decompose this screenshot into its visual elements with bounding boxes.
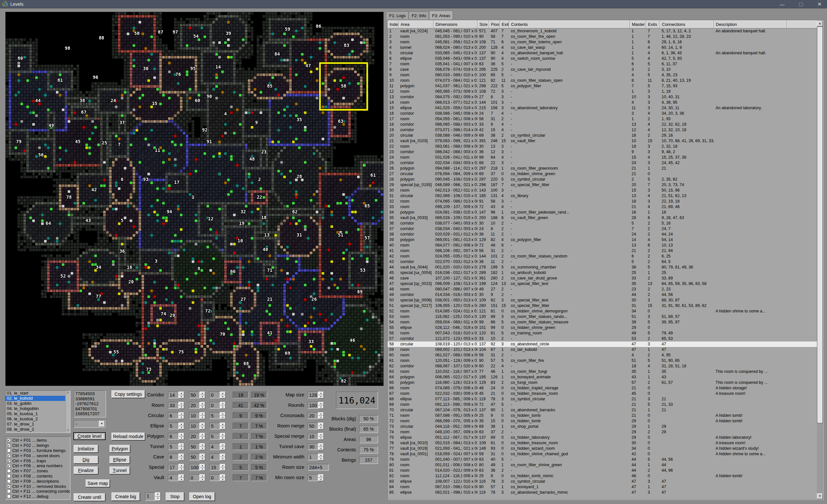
spin-up-icon[interactable]: ▲ [318,433,324,437]
spin-up-icon[interactable]: ▲ [220,474,226,478]
display-option[interactable]: ✔Ctrl + F06 ... area numbers [6,463,70,468]
tab-f2-info[interactable]: F2: Info [409,12,429,19]
spin-down-icon[interactable]: ▼ [179,447,184,450]
spin-down-icon[interactable]: ▼ [179,437,184,440]
spinner-value[interactable]: 2d4+5 [307,464,329,471]
spin-up-icon[interactable]: ▲ [318,392,324,395]
spin-up-icon[interactable]: ▲ [318,443,324,447]
spinner-value[interactable]: 10 [189,412,200,419]
table-row[interactable]: 48room080,047 - 086,053007 x 00749272-23… [388,287,817,292]
table-row[interactable]: 14room066,013 - 077,024012 x 0121441013-… [388,100,817,105]
table-row[interactable]: 61room120,051 - 128,060009 x 01090575co_… [388,358,817,363]
checked-checkbox-icon[interactable]: ✔ [7,444,11,447]
generator-weight-spinner[interactable]: 50▲▼ [189,443,205,450]
spinner-value[interactable]: 0 [189,474,200,481]
dig-button[interactable]: Dig [74,456,98,464]
table-row[interactable]: 67room022,032 - 030,036009 x 00545210co_… [388,391,817,396]
generator-merge-spinner[interactable]: 15▲▼ [209,464,226,471]
level-list-item[interactable]: 04. le_hobgoblin [5,406,70,411]
generator-weight-spinner[interactable]: 10▲▼ [189,422,205,430]
spin-up-icon[interactable]: ▲ [220,433,226,437]
spinner-value[interactable]: 6 [168,433,179,440]
generator-weight-spinner[interactable]: 20▲▼ [189,402,205,409]
spin-down-icon[interactable]: ▼ [220,437,226,440]
table-row[interactable]: 73circular044,118 - 052,126009 x 0096938… [388,424,817,430]
generator-merge-spinner[interactable]: 0▲▼ [209,392,226,398]
table-row[interactable]: 81room014,020 - 022,026009 x 00763362-44… [388,468,817,473]
param-room-size[interactable]: 2d4+5 [307,464,329,471]
spin-up-icon[interactable]: ▲ [179,464,184,467]
table-row[interactable]: 16corridor038,086 - 045,088008 x 0032474… [388,111,817,116]
spin-up-icon[interactable]: ▲ [220,443,226,447]
table-row[interactable]: 32room074,065 - 086,071013 x 00791583-18… [388,199,817,204]
table-row[interactable]: 37corridor038,034 - 040,041003 x 0082482… [388,226,817,232]
spin-up-icon[interactable]: ▲ [179,412,184,416]
unchecked-checkbox-icon[interactable] [7,490,11,493]
spinner-value[interactable]: 100 [189,464,200,471]
spin-down-icon[interactable]: ▼ [220,405,226,409]
spin-up-icon[interactable]: ▲ [220,422,226,426]
spin-up-icon[interactable]: ▲ [200,412,205,416]
display-option[interactable]: ✔Ctrl + F02 ... beings [6,443,70,448]
tab-f3-areas[interactable]: F3: Areas [429,11,453,19]
checked-checkbox-icon[interactable]: ✔ [7,454,11,457]
column-header-Exits[interactable]: Exits [646,20,660,29]
checked-checkbox-icon[interactable]: ✔ [7,459,11,463]
spin-down-icon[interactable]: ▼ [200,395,205,399]
open-log-button[interactable]: Open log [189,492,215,501]
table-row[interactable]: 43corridor022,070 - 033,072012 x 0033611… [388,259,817,265]
spin-down-icon[interactable]: ▼ [318,478,324,482]
table-row[interactable]: 77vault [ca_0019]021,093 - 041,101021 x … [388,446,817,451]
table-row[interactable]: 52room014,085 - 024,095011 x 011121810co… [388,308,817,314]
table-row[interactable]: 54room059,004 - 069,012011 x 00999665co_… [388,319,817,325]
spin-down-icon[interactable]: ▼ [200,437,205,440]
spin-up-icon[interactable]: ▲ [179,402,184,405]
column-header-Contents[interactable]: Contents [509,20,630,29]
save-map-button[interactable]: Save map [86,480,110,487]
table-row[interactable]: 60room061,027 - 068,033008 x 00756312-42… [388,352,817,358]
table-row[interactable]: 11polygon041,037 - 061,057021 x 02129822… [388,83,817,89]
spin-down-icon[interactable]: ▼ [318,395,324,399]
table-row[interactable]: 3room045,081 - 056,089012 x 009108716co_… [388,39,817,45]
spin-down-icon[interactable]: ▼ [318,405,324,409]
spinner-value[interactable]: 10 [189,422,200,430]
spin-down-icon[interactable]: ▼ [220,416,226,419]
table-row[interactable]: 17room054,055 - 061,061008 x 00756312-12… [388,116,817,122]
create-big-button[interactable]: Create big [111,492,140,501]
spinner-value[interactable]: 0 [209,392,220,398]
spin-down-icon[interactable]: ▼ [155,497,160,501]
spin-up-icon[interactable]: ▲ [179,433,184,437]
spin-down-icon[interactable]: ▼ [220,426,226,430]
table-row[interactable]: 41room086,106 - 092,113007 x 00856312-21… [388,248,817,254]
generator-weight-spinner[interactable]: 50▲▼ [189,454,205,460]
tab-f1-logs[interactable]: F1: Logs [386,12,409,19]
table-row[interactable]: 1vault [va_0224]045,045 - 081,081037 x 0… [388,29,817,34]
generator-count-spinner[interactable]: 14▲▼ [168,392,184,398]
spin-down-icon[interactable]: ▼ [200,478,205,482]
display-option[interactable]: Ctrl + F08 ... contents [6,473,70,479]
table-row[interactable]: 63room110,032 - 116,042007 x 01177461co_… [388,369,817,374]
table-row[interactable]: 71room087,086 - 091,090005 x 0052590co_h… [388,413,817,418]
generator-merge-spinner[interactable]: 5▲▼ [209,422,226,430]
generator-weight-spinner[interactable]: 20▲▼ [189,433,205,440]
spinner-value[interactable]: 8 [168,454,179,460]
column-header-Connections[interactable]: Connections [660,20,714,29]
generator-merge-spinner[interactable]: 0▲▼ [209,402,226,409]
table-row[interactable]: 44vault [va_0044]001,020 - 020,040020 x … [388,265,817,270]
table-row[interactable]: 26polygon094,088 - 114,108021 x 02129721… [388,166,817,171]
listbox-scrollbar[interactable]: ∧ ∨ [65,391,70,433]
spinner-value[interactable]: 15 [209,464,220,471]
table-row[interactable]: 35vault [va_0033]089,028 - 109,045019 x … [388,215,817,221]
display-option[interactable]: ✔Ctrl + F01 ... items [6,438,70,443]
spinner-value[interactable]: 20 [189,433,200,440]
level-list-item[interactable]: 01. le_start [5,391,70,396]
table-row[interactable]: 62corridor088,067 - 107,069020 x 0036022… [388,363,817,369]
listbox-scroll-up-icon[interactable]: ∧ [65,391,70,395]
table-row[interactable]: 45special [sa_0004]016,036 - 032,052017 … [388,270,817,275]
table-row[interactable]: 13corridor084,075 - 092,077009 x 0032783… [388,94,817,100]
spin-down-icon[interactable]: ▼ [179,457,184,461]
spin-down-icon[interactable]: ▼ [200,416,205,419]
spinner-value[interactable]: 5 [209,422,220,430]
level-list-item[interactable]: 03. le_goblin [5,401,70,406]
table-row[interactable]: 75ellipse051,112 - 067,120017 x 00913789… [388,435,817,440]
